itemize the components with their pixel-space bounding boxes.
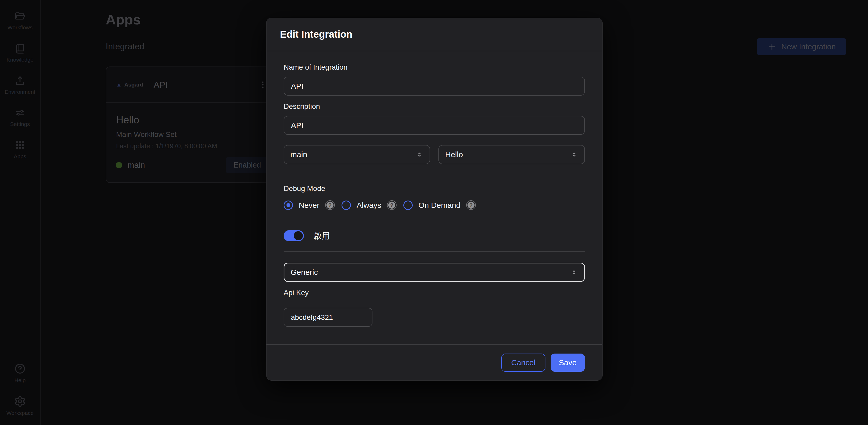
modal-header: Edit Integration	[267, 18, 602, 51]
debug-mode-label: Debug Mode	[284, 184, 585, 193]
sidebar-item-label: Apps	[14, 153, 26, 159]
sidebar-item-knowledge[interactable]: Knowledge	[0, 42, 40, 63]
sidebar-item-label: Knowledge	[6, 57, 33, 63]
section-title: Integrated	[106, 41, 145, 52]
workflow-select[interactable]: main	[284, 145, 430, 164]
workflow-set-select-value: Hello	[445, 150, 463, 159]
radio-option-on-demand: On Demand ?	[403, 200, 476, 210]
branch-status-dot	[116, 162, 122, 168]
help-tooltip-icon[interactable]: ?	[387, 200, 397, 210]
name-field-label: Name of Integration	[284, 63, 585, 71]
book-icon	[14, 42, 26, 54]
toggle-knob	[294, 231, 303, 240]
help-circle-icon	[14, 363, 26, 374]
integration-card: ▲ Asgard API Hello Main Workflow Set Las…	[106, 66, 279, 183]
sidebar-item-environment[interactable]: Environment	[0, 75, 40, 95]
radio-button[interactable]	[284, 201, 293, 210]
integration-type-value: Generic	[291, 268, 318, 277]
enable-toggle-label: 啟用	[314, 231, 330, 241]
radio-option-never: Never ?	[284, 200, 335, 210]
gear-icon	[14, 395, 26, 407]
radio-button[interactable]	[403, 201, 413, 210]
sidebar-item-settings[interactable]: Settings	[0, 107, 40, 127]
modal-body: Name of Integration Description main Hel…	[267, 51, 602, 344]
section-divider	[284, 251, 585, 252]
integration-type-select[interactable]: Generic	[284, 263, 585, 282]
sidebar-item-label: Workflows	[7, 24, 32, 31]
enable-toggle[interactable]	[284, 230, 304, 241]
new-integration-label: New Integration	[781, 42, 836, 51]
integration-name-input[interactable]	[284, 77, 585, 96]
modal-footer: Cancel Save	[267, 344, 602, 380]
sidebar-item-workspace[interactable]: Workspace	[0, 395, 40, 416]
integration-card-header: ▲ Asgard API	[106, 67, 279, 103]
grid-dots-icon	[14, 139, 26, 151]
card-footer: main Enabled	[116, 157, 269, 173]
chevron-up-down-icon	[570, 268, 578, 276]
api-key-label: Api Key	[284, 289, 585, 297]
workflow-select-value: main	[290, 150, 307, 159]
sidebar-item-help[interactable]: Help	[0, 363, 40, 384]
chevron-up-down-icon	[415, 151, 423, 158]
save-button[interactable]: Save	[551, 354, 585, 372]
edit-integration-modal: Edit Integration Name of Integration Des…	[266, 18, 602, 381]
cancel-button[interactable]: Cancel	[501, 354, 545, 372]
workflow-set-name: Hello	[116, 114, 269, 126]
radio-option-always: Always ?	[342, 200, 397, 210]
new-integration-button[interactable]: New Integration	[757, 38, 846, 55]
api-key-input[interactable]	[284, 308, 372, 327]
upload-icon	[14, 75, 26, 86]
sidebar-item-label: Environment	[5, 89, 35, 95]
workflow-set-select[interactable]: Hello	[438, 145, 585, 164]
last-update-text: Last update : 1/1/1970, 8:00:00 AM	[116, 142, 269, 150]
sidebar: Workflows Knowledge Environment Settings…	[0, 0, 40, 425]
integration-card-body: Hello Main Workflow Set Last update : 1/…	[106, 103, 279, 182]
sidebar-item-label: Help	[14, 377, 26, 384]
radio-label: On Demand	[418, 201, 461, 210]
sidebar-item-label: Workspace	[6, 410, 34, 416]
sidebar-item-apps[interactable]: Apps	[0, 139, 40, 159]
description-input[interactable]	[284, 116, 585, 135]
plus-icon	[767, 42, 777, 52]
help-tooltip-icon[interactable]: ?	[466, 200, 476, 210]
sliders-icon	[14, 107, 26, 118]
status-badge: Enabled	[226, 157, 269, 173]
select-row: main Hello	[284, 145, 585, 164]
page-title: Apps	[106, 11, 141, 28]
radio-label: Never	[299, 201, 319, 210]
workflow-set-subtitle: Main Workflow Set	[116, 130, 269, 139]
modal-title: Edit Integration	[280, 29, 352, 40]
sidebar-item-label: Settings	[10, 121, 30, 127]
enable-toggle-row: 啟用	[284, 230, 585, 241]
asgard-logo-icon: ▲	[116, 82, 122, 88]
debug-mode-radio-group: Never ? Always ? On Demand ?	[284, 200, 585, 210]
brand-logo: ▲ Asgard	[116, 82, 143, 88]
brand-name: Asgard	[124, 82, 143, 88]
chevron-up-down-icon	[570, 151, 578, 158]
sidebar-item-workflows[interactable]: Workflows	[0, 10, 40, 31]
description-field-label: Description	[284, 102, 585, 111]
branch-name: main	[127, 160, 145, 170]
folder-icon	[14, 10, 26, 22]
card-title: API	[154, 80, 168, 90]
help-tooltip-icon[interactable]: ?	[325, 200, 335, 210]
radio-button[interactable]	[342, 201, 351, 210]
radio-label: Always	[356, 201, 381, 210]
